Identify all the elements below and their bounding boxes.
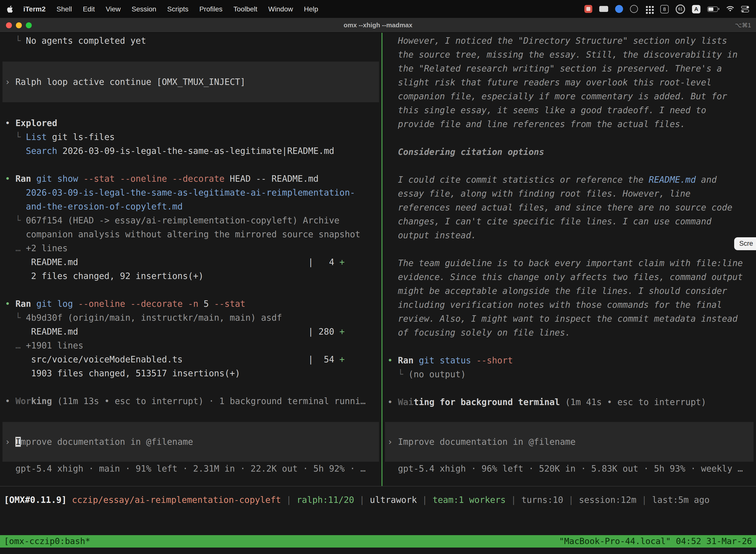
thinking-line: slight risk that future readers may over… <box>382 75 756 89</box>
text-segment: └ <box>5 132 26 142</box>
text-segment: git status <box>419 355 471 365</box>
prompt-line: › Improve documentation in @filename <box>385 435 578 449</box>
screen-record-icon[interactable] <box>584 5 592 13</box>
text-segment: (1m 41s • esc to interrupt) <box>560 397 706 407</box>
text-segment: ultrawork <box>370 495 417 505</box>
text-segment: Ralph loop active continue <box>15 77 156 87</box>
tmux-status-bar: [omx-cczip0:bash* "MacBook-Pro-44.local"… <box>0 535 756 548</box>
menu-item-app[interactable]: iTerm2 <box>18 5 51 13</box>
close-button[interactable] <box>6 22 12 28</box>
menu-item-shell[interactable]: Shell <box>51 5 77 13</box>
text-segment: Explored <box>15 118 57 128</box>
text-segment: src/voice/voiceModeEnabled.ts | 54 <box>5 354 339 365</box>
text-segment: I could cite commit statistics or refere… <box>387 175 649 185</box>
text-segment: README.md | 280 <box>5 327 339 337</box>
thinking-line: essay file, along with finding root file… <box>382 187 756 201</box>
menu-item-help[interactable]: Help <box>298 5 324 13</box>
traffic-lights <box>0 22 32 28</box>
text-segment: Ran <box>398 355 419 365</box>
text-segment: README.md | 4 <box>5 257 339 267</box>
git-ls-files-line: └ List git ls-files <box>0 130 381 144</box>
shield-app-icon[interactable] <box>630 5 638 13</box>
apple-menu-icon[interactable] <box>7 5 14 13</box>
input-source-icon[interactable]: A <box>692 5 700 13</box>
thinking-line: review. Also, I might want to inspect th… <box>382 312 756 326</box>
thinking-line: of focusing solely on file lines. <box>382 326 756 340</box>
text-segment: [OMX#0.11.9] <box>4 495 72 505</box>
text-segment: companion analysis without altering the … <box>5 229 360 239</box>
terminal-pane-left[interactable]: └ No agents completed yet › Ralph loop a… <box>0 33 381 486</box>
key-icon[interactable]: 8 <box>660 5 669 13</box>
text-segment: › <box>5 77 15 87</box>
blank-line <box>0 158 381 172</box>
battery-percent-icon[interactable]: 61 <box>676 4 685 14</box>
text-segment <box>5 188 26 198</box>
git-show-arg-line: 2026-03-09-is-legal-the-same-as-legitima… <box>0 186 381 200</box>
text-segment: HEAD -- README.md <box>225 174 318 184</box>
menu-item-session[interactable]: Session <box>126 5 162 13</box>
menu-bar-status-icons: 8 61 A <box>584 4 749 14</box>
text-segment: --oneline --decorate -n <box>73 299 198 309</box>
text-segment: List <box>26 132 47 142</box>
thinking-line: references need actual files, and since … <box>382 201 756 214</box>
text-segment: └ <box>5 36 26 46</box>
menu-item-toolbelt[interactable]: Toolbelt <box>228 5 263 13</box>
text-segment: Search <box>26 146 57 156</box>
text-segment: [OMX_TMUX_INJECT] <box>156 77 245 87</box>
text-segment: git log <box>36 299 73 309</box>
terminal-pane-right[interactable]: However, I noticed the "Directory Struct… <box>382 33 756 486</box>
text-segment: … <box>5 340 26 350</box>
text-segment: 4b9d30f (origin/main, instructkr/main, m… <box>26 313 282 323</box>
blank-line <box>0 48 381 62</box>
text-segment: --short <box>471 355 513 365</box>
text-segment: ralph:11/20 <box>297 495 354 505</box>
explored-header: • Explored <box>0 116 381 130</box>
menu-item-window[interactable]: Window <box>263 5 299 13</box>
text-segment: git show <box>36 174 78 184</box>
text-segment: └ <box>5 313 26 323</box>
menu-bar: iTerm2 Shell Edit View Session Scripts P… <box>0 0 756 18</box>
zoom-button[interactable] <box>26 22 32 28</box>
text-segment: + <box>339 257 345 267</box>
menu-item-edit[interactable]: Edit <box>77 5 100 13</box>
minimize-button[interactable] <box>16 22 22 28</box>
text-segment: and-the-erosion-of-copyleft.md <box>26 202 183 212</box>
text-segment: + <box>339 354 345 365</box>
thinking-line: this single essay, it seems like a good … <box>382 103 756 117</box>
ralph-loop-banner: › Ralph loop active continue [OMX_TMUX_I… <box>2 62 379 102</box>
omx-status-line: [OMX#0.11.9] cczip/essay/ai-reimplementa… <box>0 493 713 507</box>
menu-item-view[interactable]: View <box>100 5 126 13</box>
git-show-diffstat-line: README.md | 4 + <box>0 255 381 269</box>
text-segment: --stat --oneline --decorate <box>78 174 225 184</box>
text-segment: (11m 13s • esc to interrupt) · 1 backgro… <box>52 396 366 406</box>
blank-line <box>382 340 756 353</box>
tmux-host-label: "MacBook-Pro-44.local" 04:52 31-Mar-26 <box>559 535 752 548</box>
menu-bar-menus: iTerm2 Shell Edit View Session Scripts P… <box>7 5 324 13</box>
thinking-line: companion file, especially if more comme… <box>382 89 756 103</box>
text-segment: └ <box>387 369 408 379</box>
wifi-icon[interactable] <box>726 6 734 12</box>
thinking-line: including verification notes with those … <box>382 298 756 312</box>
battery-icon[interactable] <box>707 6 719 12</box>
app-grid-icon[interactable] <box>645 5 653 13</box>
control-center-icon[interactable] <box>741 5 749 13</box>
menu-item-profiles[interactable]: Profiles <box>194 5 228 13</box>
menu-item-scripts[interactable]: Scripts <box>162 5 194 13</box>
prompt-input-left[interactable]: › Improve documentation in @filename <box>2 422 379 462</box>
thinking-line: output instead. <box>382 228 756 242</box>
prompt-input-right[interactable]: › Improve documentation in @filename <box>385 422 754 462</box>
text-segment: last:5m ago <box>652 495 710 505</box>
text-segment: turns:10 <box>521 495 563 505</box>
spacer <box>0 513 756 535</box>
git-search-line: Search 2026-03-09-is-legal-the-same-as-l… <box>0 144 381 158</box>
window-bottom-edge <box>0 548 756 554</box>
git-log-output-line: └ 4b9d30f (origin/main, instructkr/main,… <box>0 311 381 325</box>
git-show-output-line: companion analysis without altering the … <box>0 227 381 241</box>
messages-app-icon[interactable] <box>615 5 623 13</box>
text-segment: 067f154 (HEAD -> essay/ai-reimplementati… <box>26 215 339 225</box>
screen-button[interactable]: Scre <box>734 237 756 250</box>
text-segment: and <box>696 175 716 185</box>
keyboard-icon[interactable] <box>599 6 608 12</box>
blank-line <box>0 283 381 297</box>
thinking-line: might be acceptable alongside the file l… <box>382 284 756 298</box>
